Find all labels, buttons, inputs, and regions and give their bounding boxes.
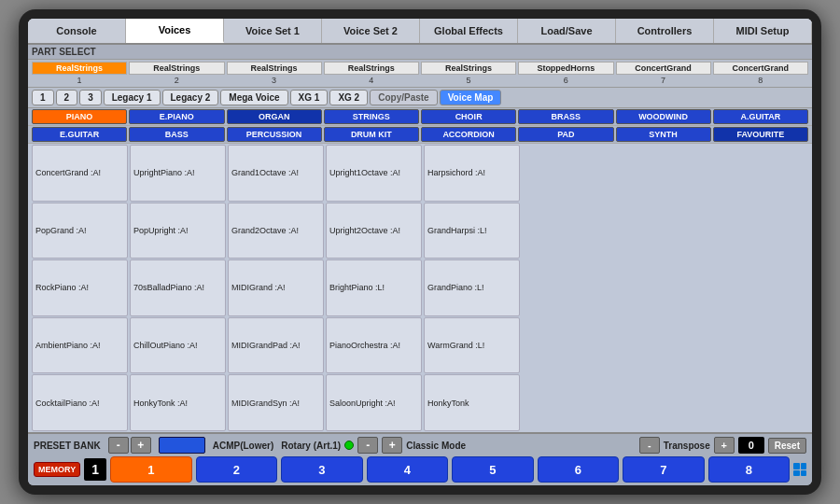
voice-cell-1-4[interactable]: GrandHarpsi :L! [424, 203, 520, 259]
voice-row-0: ConcertGrand :A! UprightPiano :A! Grand1… [32, 145, 808, 202]
screen: Console Voices Voice Set 1 Voice Set 2 G… [28, 19, 812, 485]
reset-button[interactable]: Reset [768, 438, 806, 454]
voice-cell-4-3[interactable]: SaloonUpright :A! [326, 374, 422, 431]
voice-cell-4-4[interactable]: HonkyTonk [424, 374, 520, 431]
row-btn-legacy1[interactable]: Legacy 1 [104, 90, 161, 105]
voice-cell-1-3[interactable]: Upright2Octave :A! [326, 203, 422, 259]
voice-cell-3-6 [618, 317, 712, 374]
tab-voices[interactable]: Voices [126, 19, 224, 43]
part-slot-7[interactable]: ConcertGrand 7 [616, 62, 711, 85]
rotary-label: Rotary (Art.1) [281, 441, 341, 451]
rotary-plus[interactable]: + [382, 437, 402, 454]
voice-cell-1-7 [714, 203, 808, 259]
voice-cell-3-0[interactable]: AmbientPiano :A! [32, 317, 128, 374]
voice-cell-1-0[interactable]: PopGrand :A! [32, 203, 128, 259]
preset-minus-btn[interactable]: - [108, 437, 129, 454]
tab-voiceset1[interactable]: Voice Set 1 [224, 19, 322, 43]
row-btn-voicemap[interactable]: Voice Map [440, 90, 502, 105]
voice-cell-3-3[interactable]: PianoOrchestra :A! [326, 317, 422, 374]
cat-synth[interactable]: SYNTH [616, 127, 711, 142]
row-btn-legacy2[interactable]: Legacy 2 [162, 90, 219, 105]
tab-voiceset2[interactable]: Voice Set 2 [322, 19, 420, 43]
cat-eguitar[interactable]: E.GUITAR [32, 127, 127, 142]
part-slot-2[interactable]: RealStrings 2 [129, 62, 224, 85]
voice-cell-0-0[interactable]: ConcertGrand :A! [32, 145, 128, 202]
voice-cell-0-3[interactable]: Upright1Octave :A! [326, 145, 422, 202]
bank-btn-4[interactable]: 4 [367, 456, 448, 483]
part-slot-8[interactable]: ConcertGrand 8 [713, 62, 808, 85]
preset-plus-btn[interactable]: + [131, 437, 151, 454]
voice-cell-0-5 [522, 145, 616, 202]
cat-organ[interactable]: ORGAN [227, 109, 322, 124]
voice-cell-2-3[interactable]: BrightPiano :L! [326, 259, 422, 316]
row-btn-2[interactable]: 2 [56, 90, 78, 105]
row-btn-xg2[interactable]: XG 2 [329, 90, 368, 105]
cat-percussion[interactable]: PERCUSSION [227, 127, 322, 142]
voice-cell-2-1[interactable]: 70sBalladPiano :A! [130, 259, 226, 316]
cat-aguitar[interactable]: A.GUITAR [713, 109, 808, 124]
bank-btn-2[interactable]: 2 [196, 456, 277, 483]
cat-brass[interactable]: BRASS [518, 109, 613, 124]
cat-bass[interactable]: BASS [129, 127, 224, 142]
row-btn-3[interactable]: 3 [79, 90, 102, 105]
voice-cell-3-2[interactable]: MIDIGrandPad :A! [228, 317, 324, 374]
bank-btn-7[interactable]: 7 [623, 456, 704, 483]
row-btn-1[interactable]: 1 [32, 90, 54, 105]
voice-cell-2-0[interactable]: RockPiano :A! [32, 259, 128, 316]
category-row-2: E.GUITAR BASS PERCUSSION DRUM KIT ACCORD… [28, 126, 812, 144]
tab-console[interactable]: Console [28, 19, 126, 43]
voice-cell-4-1[interactable]: HonkyTonk :A! [130, 374, 226, 431]
bank-btn-8[interactable]: 8 [708, 456, 790, 483]
voice-cell-3-1[interactable]: ChillOutPiano :A! [130, 317, 226, 374]
cat-strings[interactable]: STRINGS [324, 109, 419, 124]
bank-btn-5[interactable]: 5 [452, 456, 533, 483]
tab-midisetup[interactable]: MIDI Setup [714, 19, 812, 43]
bank-btn-6[interactable]: 6 [538, 456, 619, 483]
classic-mode-label: Classic Mode [406, 441, 466, 451]
rotary-section: Rotary (Art.1) - + Classic Mode [281, 437, 466, 454]
cat-woodwind[interactable]: WOODWIND [616, 109, 711, 124]
voice-cell-1-1[interactable]: PopUpright :A! [130, 203, 226, 259]
cat-epiano[interactable]: E.PIANO [129, 109, 224, 124]
rotary-minus[interactable]: - [357, 437, 378, 454]
voice-cell-4-0[interactable]: CocktailPiano :A! [32, 374, 128, 431]
part-slot-1[interactable]: RealStrings 1 [32, 62, 127, 85]
voice-cell-2-4[interactable]: GrandPiano :L! [424, 259, 520, 316]
voice-cell-2-7 [714, 259, 808, 316]
part-slot-4[interactable]: RealStrings 4 [324, 62, 419, 85]
voice-cell-4-2[interactable]: MIDIGrandSyn :A! [228, 374, 324, 431]
voice-cell-1-2[interactable]: Grand2Octave :A! [228, 203, 324, 259]
voice-cell-2-2[interactable]: MIDIGrand :A! [228, 259, 324, 316]
part-slot-5[interactable]: RealStrings 5 [421, 62, 516, 85]
tablet-device: Console Voices Voice Set 1 Voice Set 2 G… [19, 9, 821, 495]
voice-cell-4-6 [618, 374, 712, 431]
voice-cell-0-2[interactable]: Grand1Octave :A! [228, 145, 324, 202]
memory-button[interactable]: MEMORY [34, 462, 80, 477]
transpose-plus-btn[interactable]: + [714, 437, 735, 454]
cat-accordion[interactable]: ACCORDION [421, 127, 516, 142]
part-slot-3[interactable]: RealStrings 3 [227, 62, 322, 85]
tab-globalfx[interactable]: Global Effects [420, 19, 518, 43]
bank-btn-1[interactable]: 1 [110, 456, 191, 483]
transpose-minus-btn[interactable]: - [639, 437, 660, 454]
bank-btn-3[interactable]: 3 [281, 456, 362, 483]
cat-drumkit[interactable]: DRUM KIT [324, 127, 419, 142]
row-btn-xg1[interactable]: XG 1 [290, 90, 329, 105]
voice-cell-0-4[interactable]: Harpsichord :A! [424, 145, 520, 202]
row-btn-copypaste[interactable]: Copy/Paste [370, 90, 437, 105]
row-btn-megavoice[interactable]: Mega Voice [220, 90, 287, 105]
category-row-1: PIANO E.PIANO ORGAN STRINGS CHOIR BRASS … [28, 108, 812, 126]
memory-label: MEMORY [38, 465, 76, 474]
part-slot-name-6: StoppedHorns [518, 62, 613, 75]
cat-favourite[interactable]: FAVOURITE [713, 127, 808, 142]
tab-loadsave[interactable]: Load/Save [518, 19, 616, 43]
part-slot-6[interactable]: StoppedHorns 6 [518, 62, 613, 85]
tab-controllers[interactable]: Controllers [616, 19, 714, 43]
cat-pad[interactable]: PAD [518, 127, 613, 142]
cat-piano[interactable]: PIANO [32, 109, 127, 124]
part-slot-name-8: ConcertGrand [713, 62, 808, 75]
voice-cell-3-4[interactable]: WarmGrand :L! [424, 317, 520, 374]
voice-cell-0-1[interactable]: UprightPiano :A! [130, 145, 226, 202]
voice-cell-1-5 [522, 203, 616, 259]
cat-choir[interactable]: CHOIR [421, 109, 516, 124]
